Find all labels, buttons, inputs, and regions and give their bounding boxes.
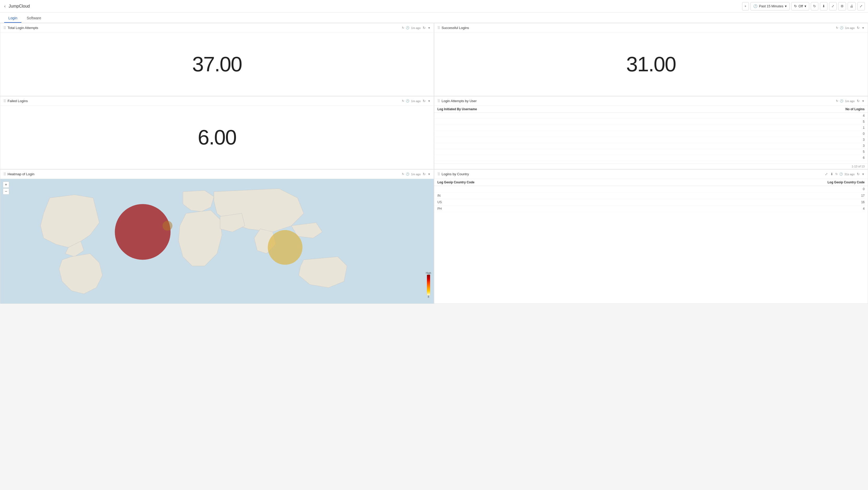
panel-menu-btn-4[interactable]: ▾ <box>862 98 865 103</box>
heatmap-legend: High 8 <box>426 272 431 298</box>
panel-login-by-user-title: Login Attempts by User <box>441 99 834 103</box>
heat-circle-large <box>115 204 170 260</box>
panel-successful-logins-actions: ↻ 🕐 1m ago ↻ ▾ <box>836 25 865 30</box>
login-by-user-pagination: 1-13 of 13 <box>434 164 868 169</box>
refresh-button[interactable]: ↻ <box>811 2 818 10</box>
zoom-out-button[interactable]: − <box>3 188 9 195</box>
country-count: 0 <box>651 187 865 191</box>
panel-login-by-user-actions: ↻ 🕐 1m ago ↻ ▾ <box>836 98 865 103</box>
country-count: 16 <box>651 200 865 204</box>
cell-count: 5 <box>713 149 868 155</box>
table-row: 1 <box>434 125 868 131</box>
table-row: 6 <box>434 155 868 161</box>
refresh-time-6: 31s ago <box>844 173 855 176</box>
panel-logins-by-country-actions: ⤢ ⬇ ↻ 🕐 31s ago ↻ ▾ <box>825 172 865 176</box>
add-button[interactable]: + <box>742 2 749 10</box>
refresh-icon-6: ↻ <box>835 172 838 176</box>
refresh-time-3: 1m ago <box>411 99 421 103</box>
country-table-header: Log Geoip Country Code Log Geoip Country… <box>434 179 868 186</box>
table-row: 4 <box>434 113 868 119</box>
cell-username <box>434 137 713 143</box>
cell-username <box>434 119 713 125</box>
panel-login-by-user-header: ⠿ Login Attempts by User ↻ 🕐 1m ago ↻ ▾ <box>434 96 868 106</box>
panel-refresh-btn-2[interactable]: ↻ <box>856 25 860 30</box>
total-logins-content: 37.00 <box>0 33 434 96</box>
list-item: IN 17 <box>434 193 868 199</box>
cell-username <box>434 131 713 137</box>
refresh-time-4: 1m ago <box>845 99 855 103</box>
drag-icon-4: ⠿ <box>437 99 440 103</box>
back-button[interactable]: ‹ <box>3 3 6 10</box>
panel-heatmap-title: Heatmap of Login <box>7 172 400 176</box>
refresh-time-2: 1m ago <box>845 26 855 30</box>
panel-menu-btn-5[interactable]: ▾ <box>428 172 431 176</box>
time-picker[interactable]: 🕐 Past 15 Minutes ▾ <box>750 2 789 10</box>
panel-login-by-user: ⠿ Login Attempts by User ↻ 🕐 1m ago ↻ ▾ … <box>434 96 868 169</box>
dashboard: ⠿ Total Login Attempts ↻ 🕐 1m ago ↻ ▾ 37… <box>0 23 868 304</box>
tab-software[interactable]: Software <box>23 14 45 23</box>
refresh-picker[interactable]: ↻ Off ▾ <box>791 2 809 10</box>
panel-refresh-btn-3[interactable]: ↻ <box>422 98 426 103</box>
country-code: US <box>437 200 651 204</box>
col-logins[interactable]: No of Logins <box>713 106 868 113</box>
panel-menu-btn-6[interactable]: ▾ <box>862 172 865 176</box>
panel-total-logins-title: Total Login Attempts <box>7 26 400 30</box>
panel-heatmap-actions: ↻ 🕐 1m ago ↻ ▾ <box>402 172 431 176</box>
country-count: 4 <box>651 207 865 210</box>
add-icon: + <box>744 4 746 8</box>
total-logins-value: 37.00 <box>192 52 242 76</box>
panel-total-logins-actions: ↻ 🕐 1m ago ↻ ▾ <box>402 25 431 30</box>
share-button[interactable]: ⤢ <box>829 2 837 10</box>
expand-button[interactable]: ⤢ <box>857 2 865 10</box>
panel-download-btn-6[interactable]: ⬇ <box>830 172 834 176</box>
col-username[interactable]: Log Initiated By Username <box>434 106 713 113</box>
cell-username <box>434 113 713 119</box>
table-row: 5 <box>434 149 868 155</box>
table-row: 3 <box>434 143 868 149</box>
panel-total-logins: ⠿ Total Login Attempts ↻ 🕐 1m ago ↻ ▾ 37… <box>0 23 434 96</box>
print-button[interactable]: 🖨 <box>848 2 856 10</box>
panel-refresh-btn-4[interactable]: ↻ <box>856 98 860 103</box>
panel-menu-btn-2[interactable]: ▾ <box>862 25 865 30</box>
refresh-icon-2: ↻ <box>836 26 838 30</box>
refresh-cycle-icon: ↻ <box>794 4 797 8</box>
drag-icon-6: ⠿ <box>437 172 440 176</box>
country-code: PH <box>437 207 651 210</box>
panel-logins-by-country-title: Logins by Country <box>441 172 823 176</box>
panel-logins-by-country-header: ⠿ Logins by Country ⤢ ⬇ ↻ 🕐 31s ago ↻ ▾ <box>434 169 868 179</box>
panel-successful-logins: ⠿ Successful Logins ↻ 🕐 1m ago ↻ ▾ 31.00 <box>434 23 868 96</box>
login-by-user-table-container: Log Initiated By Username No of Logins 4… <box>434 106 868 164</box>
panel-menu-btn-3[interactable]: ▾ <box>428 98 431 103</box>
panel-menu-btn-1[interactable]: ▾ <box>428 25 431 30</box>
zoom-in-button[interactable]: + <box>3 182 9 188</box>
legend-high-label: High <box>426 272 431 274</box>
panel-successful-logins-title: Successful Logins <box>441 26 834 30</box>
clock-icon-3: 🕐 <box>406 99 409 103</box>
panel-failed-logins-header: ⠿ Failed Logins ↻ 🕐 1m ago ↻ ▾ <box>0 96 434 106</box>
clock-icon-5: 🕐 <box>406 172 409 176</box>
tab-login[interactable]: Login <box>4 14 22 23</box>
panel-expand-btn-6[interactable]: ⤢ <box>825 172 828 176</box>
topbar: ‹ JumpCloud + 🕐 Past 15 Minutes ▾ ↻ Off … <box>0 0 868 12</box>
download-button[interactable]: ⬇ <box>820 2 828 10</box>
heat-circle-medium <box>268 230 303 265</box>
refresh-time-5: 1m ago <box>411 173 421 176</box>
refresh-icon-5: ↻ <box>402 172 404 176</box>
panel-refresh-btn-1[interactable]: ↻ <box>422 25 426 30</box>
drag-icon-5: ⠿ <box>3 172 6 176</box>
panel-refresh-btn-6[interactable]: ↻ <box>856 172 860 176</box>
table-row: 5 <box>434 119 868 125</box>
refresh-time-1: 1m ago <box>411 26 421 30</box>
app-title: JumpCloud <box>9 4 740 9</box>
settings-button[interactable]: ⚙ <box>838 2 846 10</box>
legend-color-bar <box>427 274 430 295</box>
cell-count: 3 <box>713 137 868 143</box>
chevron-down-icon: ▾ <box>785 4 787 8</box>
panel-logins-by-country: ⠿ Logins by Country ⤢ ⬇ ↻ 🕐 31s ago ↻ ▾ … <box>434 169 868 304</box>
cell-count: 3 <box>713 143 868 149</box>
heat-circle-small <box>162 221 173 231</box>
map-zoom-controls: + − <box>3 182 9 195</box>
table-row: 3 <box>434 137 868 143</box>
panel-refresh-btn-5[interactable]: ↻ <box>422 172 426 176</box>
drag-icon-3: ⠿ <box>3 99 6 103</box>
